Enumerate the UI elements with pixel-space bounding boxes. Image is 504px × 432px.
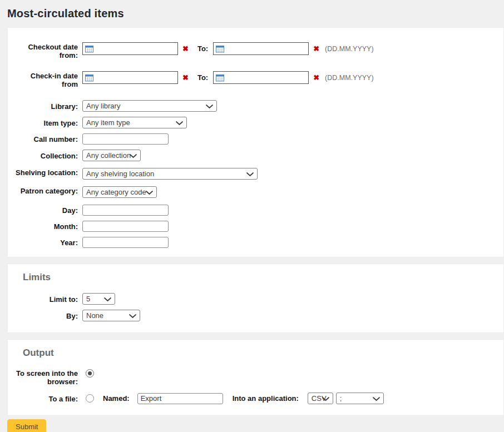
chevron-down-icon — [104, 297, 111, 301]
collection-row: Collection: Any collection — [16, 150, 495, 161]
checkin-date-from-input[interactable] — [96, 72, 175, 83]
patron-category-select[interactable]: Any category code — [82, 186, 157, 198]
page-title: Most-circulated items — [7, 7, 504, 20]
delimiter-select-value: ; — [340, 394, 342, 403]
month-row: Month: — [16, 221, 495, 232]
limit-to-select-value: 5 — [86, 295, 90, 303]
chevron-down-icon — [129, 314, 136, 318]
checkin-date-to-field[interactable] — [213, 71, 309, 84]
output-panel: Output To screen into the browser: To a … — [7, 339, 504, 416]
call-number-input[interactable] — [82, 133, 169, 145]
limit-to-row: Limit to: 5 — [16, 293, 495, 305]
shelving-location-select-value: Any shelving location — [86, 170, 154, 178]
calendar-icon[interactable] — [85, 74, 93, 82]
output-heading: Output — [23, 347, 495, 359]
limit-by-row: By: None — [16, 310, 495, 321]
to-screen-label: To screen into the browser: — [16, 369, 78, 386]
checkout-date-to-label: To: — [197, 44, 208, 53]
checkout-date-from-label: Checkout date from: — [16, 42, 78, 59]
shelving-location-row: Shelving location: Any shelving location — [16, 168, 495, 180]
filters-panel: Checkout date from: ✖ To: ✖ (DD.MM.YYYY)… — [7, 27, 504, 257]
checkin-date-from-field[interactable] — [82, 71, 178, 84]
shelving-location-label: Shelving location: — [16, 168, 78, 177]
to-file-label: To a file: — [16, 394, 78, 403]
item-type-label: Item type: — [16, 118, 78, 127]
year-label: Year: — [16, 238, 78, 247]
checkin-date-to-label: To: — [197, 73, 208, 82]
month-input[interactable] — [82, 221, 169, 232]
call-number-label: Call number: — [16, 135, 78, 143]
chevron-down-icon — [246, 172, 254, 176]
checkout-date-to-input[interactable] — [227, 43, 306, 54]
checkout-date-row: Checkout date from: ✖ To: ✖ (DD.MM.YYYY) — [16, 42, 495, 59]
chevron-down-icon — [373, 397, 380, 401]
into-application-label: Into an application: — [233, 394, 299, 403]
patron-category-label: Patron category: — [16, 186, 78, 195]
named-label: Named: — [103, 394, 130, 403]
checkin-date-from-label: Check-in date from — [16, 71, 78, 88]
checkout-date-to-field[interactable] — [213, 42, 309, 55]
month-label: Month: — [16, 222, 78, 231]
limit-to-label: Limit to: — [16, 295, 78, 304]
collection-label: Collection: — [16, 151, 78, 160]
calendar-icon[interactable] — [85, 45, 93, 53]
limits-panel: Limits Limit to: 5 By: None — [7, 264, 504, 333]
limit-by-select-value: None — [86, 311, 103, 320]
day-row: Day: — [16, 205, 495, 216]
checkout-date-from-field[interactable] — [82, 42, 178, 55]
chevron-down-icon — [130, 154, 137, 158]
year-input[interactable] — [82, 237, 169, 248]
limits-heading: Limits — [23, 272, 495, 283]
checkout-date-from-input[interactable] — [96, 43, 175, 54]
day-label: Day: — [16, 206, 78, 215]
patron-category-row: Patron category: Any category code — [16, 186, 495, 198]
delimiter-select[interactable]: ; — [336, 393, 384, 404]
library-select-value: Any library — [86, 102, 120, 110]
chevron-down-icon — [206, 105, 213, 108]
collection-select[interactable]: Any collection — [82, 150, 141, 161]
call-number-row: Call number: — [16, 133, 495, 145]
date-format-hint: (DD.MM.YYYY) — [325, 74, 374, 82]
calendar-icon[interactable] — [216, 74, 224, 82]
chevron-down-icon — [176, 121, 183, 125]
checkin-date-row: Check-in date from ✖ To: ✖ (DD.MM.YYYY) — [16, 71, 495, 88]
output-to-file-row: To a file: Named: Into an application: C… — [16, 393, 495, 404]
checkin-date-to-input[interactable] — [227, 72, 306, 83]
output-to-screen-row: To screen into the browser: — [16, 369, 495, 386]
chevron-down-icon — [146, 191, 153, 195]
year-row: Year: — [16, 237, 495, 248]
clear-checkin-from-icon[interactable]: ✖ — [182, 74, 189, 81]
limit-by-select[interactable]: None — [82, 310, 140, 321]
clear-checkout-to-icon[interactable]: ✖ — [313, 45, 319, 52]
date-format-hint: (DD.MM.YYYY) — [325, 45, 374, 53]
to-screen-radio[interactable] — [86, 369, 94, 378]
clear-checkout-from-icon[interactable]: ✖ — [182, 45, 189, 52]
library-select[interactable]: Any library — [82, 100, 217, 112]
item-type-select[interactable]: Any item type — [82, 117, 187, 128]
library-row: Library: Any library — [16, 100, 495, 112]
day-input[interactable] — [82, 205, 169, 216]
file-format-select[interactable]: CSV — [308, 393, 333, 404]
patron-category-select-value: Any category code — [86, 188, 146, 196]
collection-select-value: Any collection — [86, 151, 131, 160]
item-type-select-value: Any item type — [86, 118, 130, 127]
to-file-radio[interactable] — [86, 394, 94, 403]
item-type-row: Item type: Any item type — [16, 117, 495, 128]
chevron-down-icon — [322, 397, 329, 401]
calendar-icon[interactable] — [216, 45, 224, 53]
submit-button[interactable]: Submit — [7, 419, 46, 432]
limit-by-label: By: — [16, 311, 78, 320]
library-label: Library: — [16, 102, 78, 111]
shelving-location-select[interactable]: Any shelving location — [82, 168, 258, 180]
clear-checkin-to-icon[interactable]: ✖ — [313, 74, 319, 81]
limit-to-select[interactable]: 5 — [82, 293, 115, 305]
named-input[interactable] — [137, 393, 223, 404]
